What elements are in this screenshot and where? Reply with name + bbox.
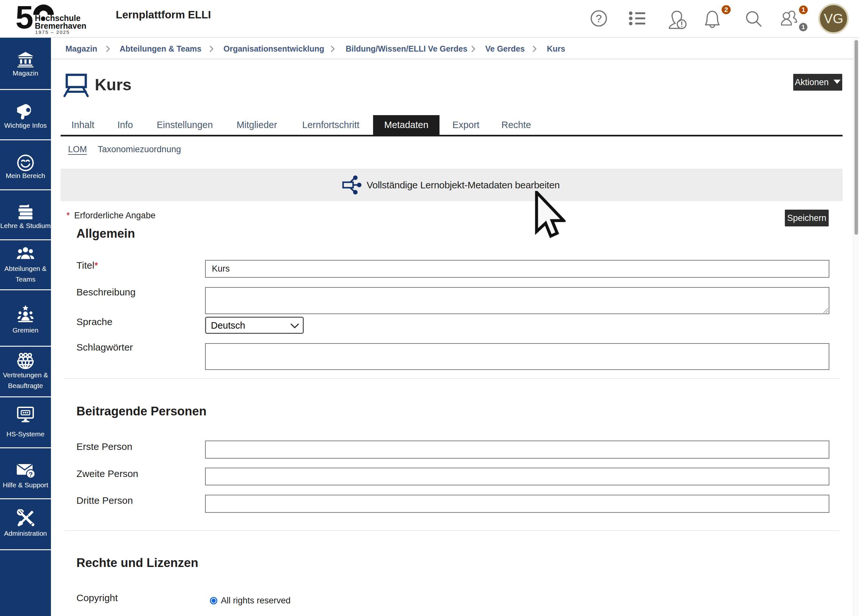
svg-text:?: ? bbox=[596, 12, 602, 25]
svg-text:?: ? bbox=[29, 471, 33, 478]
